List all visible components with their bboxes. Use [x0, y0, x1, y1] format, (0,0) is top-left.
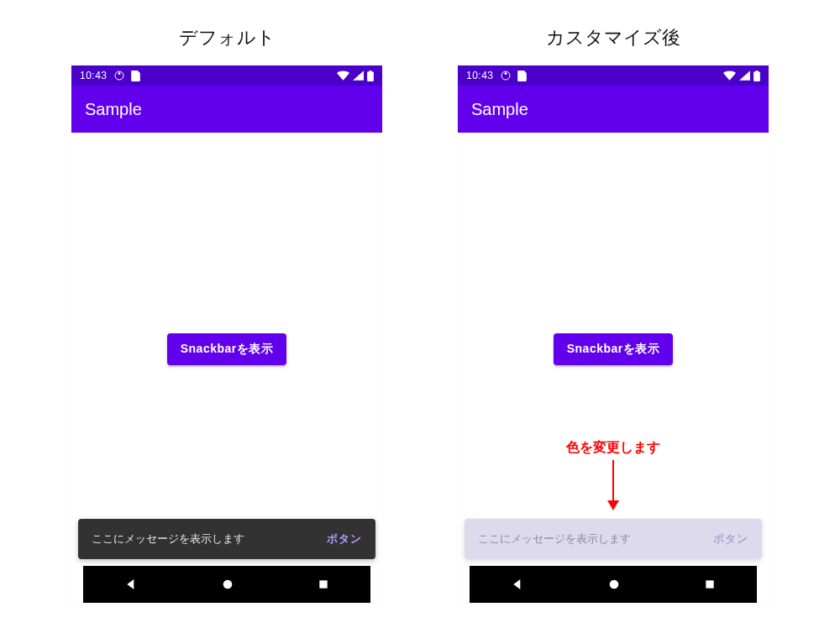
app-title: Sample: [85, 100, 142, 119]
signal-icon: [739, 71, 750, 81]
svg-rect-7: [706, 580, 713, 588]
nav-home-icon[interactable]: [607, 578, 621, 591]
nav-bar: [470, 566, 757, 603]
column-title-customized: カスタマイズ後: [546, 25, 680, 50]
status-bar: 10:43: [458, 65, 769, 86]
app-bar: Sample: [458, 86, 769, 133]
show-snackbar-button[interactable]: Snackbarを表示: [167, 333, 287, 365]
column-title-default: デフォルト: [179, 25, 276, 50]
nav-recent-icon[interactable]: [318, 578, 329, 590]
status-sdcard-icon: [517, 71, 527, 81]
snackbar-message: ここにメッセージを表示します: [92, 531, 244, 547]
phone-body: Snackbarを表示 色を変更します ここにメッセージを表示します ボタン: [458, 133, 769, 566]
snackbar-default: ここにメッセージを表示します ボタン: [78, 519, 375, 559]
status-app-icon: [501, 71, 511, 81]
nav-bar: [83, 566, 370, 603]
status-sdcard-icon: [131, 71, 140, 81]
annotation-arrow-head-icon: [607, 500, 619, 510]
svg-point-5: [504, 72, 507, 75]
snackbar-message: ここにメッセージを表示します: [478, 531, 631, 547]
svg-point-2: [223, 580, 233, 589]
phone-body: Snackbarを表示 ここにメッセージを表示します ボタン: [71, 133, 382, 566]
snackbar-action-button[interactable]: ボタン: [713, 531, 748, 547]
status-bar: 10:43: [71, 65, 382, 86]
annotation-text: 色を変更します: [566, 439, 660, 457]
status-time: 10:43: [80, 70, 108, 81]
phone-customized: 10:43: [458, 65, 769, 603]
phone-default: 10:43: [71, 65, 382, 603]
column-default: デフォルト 10:43: [67, 25, 386, 603]
column-customized: カスタマイズ後 10:43: [454, 25, 773, 603]
status-app-icon: [114, 71, 124, 81]
svg-rect-3: [319, 580, 327, 588]
nav-home-icon[interactable]: [221, 578, 234, 591]
battery-icon: [367, 71, 374, 81]
wifi-icon: [723, 71, 736, 81]
svg-point-6: [610, 580, 619, 589]
snackbar-customized: ここにメッセージを表示します ボタン: [465, 519, 762, 559]
app-title: Sample: [471, 100, 528, 119]
nav-recent-icon[interactable]: [704, 578, 716, 590]
nav-back-icon[interactable]: [124, 578, 138, 591]
wifi-icon: [337, 71, 349, 81]
app-bar: Sample: [71, 86, 382, 133]
annotation-arrow-line: [612, 460, 614, 500]
battery-icon: [753, 71, 760, 81]
nav-back-icon[interactable]: [511, 578, 524, 591]
snackbar-action-button[interactable]: ボタン: [327, 531, 362, 547]
svg-point-1: [118, 72, 120, 75]
status-time: 10:43: [466, 70, 494, 81]
signal-icon: [353, 71, 364, 81]
annotation: 色を変更します: [566, 439, 660, 510]
show-snackbar-button[interactable]: Snackbarを表示: [554, 333, 674, 365]
